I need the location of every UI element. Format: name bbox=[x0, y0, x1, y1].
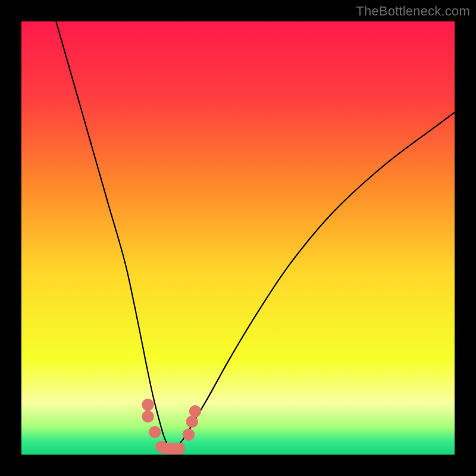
marker-dot bbox=[189, 405, 201, 417]
marker-dot bbox=[183, 428, 195, 440]
marker-dot bbox=[173, 443, 185, 455]
chart-svg bbox=[21, 21, 455, 455]
plot-area bbox=[21, 21, 455, 455]
marker-dot bbox=[186, 415, 198, 427]
gradient-background bbox=[21, 21, 455, 455]
marker-dot bbox=[149, 426, 161, 438]
chart-frame: TheBottleneck.com bbox=[0, 0, 476, 476]
marker-dot bbox=[142, 399, 154, 411]
watermark-text: TheBottleneck.com bbox=[356, 4, 470, 19]
marker-dot bbox=[142, 411, 154, 422]
